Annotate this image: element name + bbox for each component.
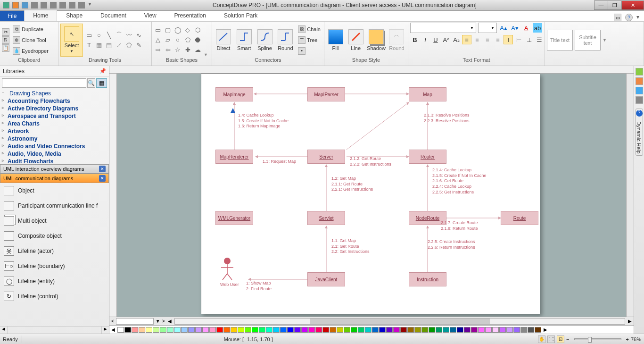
- color-swatch[interactable]: [202, 327, 209, 333]
- font-color[interactable]: A: [521, 23, 531, 33]
- shape-list[interactable]: Object Participant communication line f …: [0, 183, 109, 326]
- close-tab-icon[interactable]: ✕: [99, 175, 106, 182]
- color-swatch[interactable]: [407, 327, 414, 333]
- shape-parallelogram[interactable]: ▱: [164, 36, 172, 44]
- search-button[interactable]: 🔍: [87, 78, 95, 88]
- color-swatch[interactable]: [259, 327, 265, 333]
- hatch-tool[interactable]: ▤: [105, 41, 113, 49]
- color-swatch[interactable]: [160, 327, 166, 333]
- shape-ellipse[interactable]: ◯: [173, 26, 182, 34]
- styles-more-icon[interactable]: ▼: [603, 38, 607, 42]
- color-swatch[interactable]: [457, 327, 463, 333]
- pin-icon[interactable]: 📌: [99, 68, 106, 74]
- color-swatch[interactable]: [506, 327, 513, 333]
- tab-communication[interactable]: UML communication diagrams✕: [0, 174, 109, 183]
- spline-connector[interactable]: Spline: [256, 24, 274, 57]
- bold-button[interactable]: B: [410, 35, 420, 44]
- collapse-ribbon-icon[interactable]: ▾: [636, 14, 639, 21]
- color-swatch[interactable]: [414, 327, 421, 333]
- color-swatch[interactable]: [188, 327, 195, 333]
- shape-circle[interactable]: ○: [173, 36, 182, 44]
- line-tool[interactable]: ╲: [105, 31, 113, 39]
- fill-button[interactable]: Fill: [326, 24, 345, 57]
- palette-next-icon[interactable]: ▶: [544, 327, 547, 332]
- shape-lifeline-actor[interactable]: 옷Lifeline (actor): [0, 243, 109, 259]
- font-selector[interactable]: ▼: [410, 23, 476, 33]
- lib-item[interactable]: Artwork: [0, 127, 109, 135]
- rect-tool[interactable]: ▭: [85, 31, 93, 39]
- shape-composite[interactable]: Composite object: [0, 228, 109, 243]
- align-justify[interactable]: ≡: [493, 35, 503, 44]
- color-swatch[interactable]: [499, 327, 506, 333]
- align-center[interactable]: ≡: [472, 35, 482, 44]
- help-icon[interactable]: ?: [625, 14, 633, 21]
- hscroll-left[interactable]: ◀: [168, 319, 172, 324]
- color-swatch[interactable]: [337, 327, 343, 333]
- color-swatch[interactable]: [358, 327, 364, 333]
- superscript-button[interactable]: A²: [441, 35, 451, 44]
- valign-bottom[interactable]: ⊥: [524, 35, 534, 44]
- diagram-page[interactable]: MapImageMapIParserMapMapRendererServerRo…: [201, 74, 540, 314]
- zoom-out[interactable]: −: [566, 336, 569, 342]
- color-swatch[interactable]: [223, 327, 230, 333]
- color-swatch[interactable]: [471, 327, 478, 333]
- color-swatch[interactable]: [245, 327, 251, 333]
- canvas-viewport[interactable]: ◀ ▶: [117, 74, 626, 317]
- direct-connector[interactable]: Direct: [214, 24, 233, 57]
- shape-rect[interactable]: ▭: [154, 26, 162, 34]
- chain-connector[interactable]: ⛓Chain: [297, 24, 322, 34]
- side-icon[interactable]: [636, 77, 643, 85]
- italic-button[interactable]: I: [421, 35, 430, 44]
- hand-tool-icon[interactable]: ✋: [538, 336, 545, 343]
- lib-item[interactable]: Audio, Video, Media: [0, 150, 109, 158]
- actor-webuser[interactable]: Web User: [220, 257, 239, 287]
- color-swatch[interactable]: [266, 327, 272, 333]
- dynamic-help-tab[interactable]: ? Dynamic Help: [636, 109, 643, 156]
- ellipse-tool[interactable]: ○: [95, 31, 103, 39]
- shapes-more-icon[interactable]: ▼: [204, 52, 208, 57]
- palette-prev-icon[interactable]: ◀: [111, 327, 115, 332]
- color-swatch[interactable]: [372, 327, 379, 333]
- text-tool[interactable]: T: [85, 41, 93, 49]
- color-swatch[interactable]: [478, 327, 485, 333]
- color-swatch[interactable]: [301, 327, 308, 333]
- color-swatch[interactable]: [429, 327, 435, 333]
- color-swatch[interactable]: [351, 327, 357, 333]
- maximize-button[interactable]: ❐: [608, 0, 622, 10]
- color-swatch[interactable]: [535, 327, 541, 333]
- uml-node-maprenderer[interactable]: MapRenderer: [215, 150, 253, 164]
- size-selector[interactable]: ▼: [478, 23, 497, 33]
- list-button[interactable]: ☰: [535, 35, 544, 44]
- side-icon[interactable]: [636, 68, 643, 76]
- zoom-in[interactable]: +: [626, 336, 629, 342]
- underline-button[interactable]: U: [431, 35, 440, 44]
- uml-node-router[interactable]: Router: [409, 150, 446, 164]
- view-toggle[interactable]: ▦: [96, 78, 107, 88]
- shadow-button[interactable]: Shadow: [367, 24, 386, 57]
- color-swatch[interactable]: [167, 327, 173, 333]
- lib-item[interactable]: Accounting Flowcharts: [0, 97, 109, 105]
- uml-node-instruction[interactable]: Instruction: [409, 272, 446, 286]
- shape-larrow[interactable]: ⇦: [164, 46, 172, 54]
- window-icon[interactable]: ▭: [614, 14, 621, 21]
- color-swatch[interactable]: [344, 327, 350, 333]
- qat-icon[interactable]: [22, 2, 28, 8]
- bezier-tool[interactable]: ∿: [134, 31, 143, 39]
- decrease-font[interactable]: A▾: [510, 23, 520, 33]
- valign-top[interactable]: ⊤: [504, 35, 513, 44]
- file-tab[interactable]: File: [0, 11, 24, 21]
- smart-connector[interactable]: Smart: [235, 24, 254, 57]
- hscrollbar[interactable]: [174, 318, 625, 325]
- shape-participant[interactable]: Participant communication line f: [0, 198, 109, 213]
- lib-item[interactable]: Aerospace and Transport: [0, 112, 109, 120]
- uml-node-server[interactable]: Server: [307, 150, 345, 164]
- clone-tool-button[interactable]: ⊕Clone Tool: [11, 35, 50, 45]
- color-swatch[interactable]: [322, 327, 329, 333]
- shape-object[interactable]: Object: [0, 183, 109, 198]
- shape-tri[interactable]: △: [154, 36, 162, 44]
- tab-interaction[interactable]: UML interaction overview diagrams✕: [0, 164, 109, 174]
- color-swatch[interactable]: [365, 327, 372, 333]
- subtitle-style[interactable]: Subtitle text: [575, 30, 601, 50]
- qat-icon[interactable]: [69, 2, 75, 8]
- side-icon[interactable]: [636, 87, 643, 94]
